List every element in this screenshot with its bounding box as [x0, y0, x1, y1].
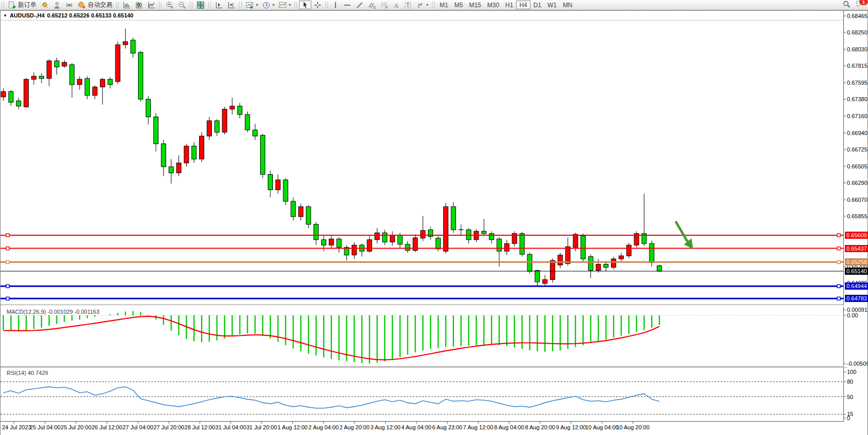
- line-handle[interactable]: [6, 234, 9, 237]
- toolbar-separator: [432, 2, 435, 8]
- chevron-down-icon[interactable]: ▾: [426, 3, 428, 7]
- candle-body: [383, 233, 387, 242]
- price-axis-label: 0.68030: [847, 46, 867, 53]
- candle-body: [322, 240, 326, 245]
- chevron-down-icon[interactable]: ▾: [272, 3, 274, 7]
- paint-bucket-button[interactable]: [38, 1, 51, 9]
- macd-panel: [1, 307, 847, 368]
- toolbar-separator: [116, 2, 119, 8]
- line-handle[interactable]: [6, 285, 9, 288]
- timeframe-m30-button[interactable]: M30: [484, 1, 502, 9]
- label-icon: T: [404, 1, 412, 9]
- candle-body: [47, 61, 51, 78]
- timeframe-m15-button[interactable]: M15: [466, 1, 484, 9]
- cursor-button[interactable]: [299, 1, 311, 9]
- arrows-button[interactable]: ▾: [414, 1, 430, 9]
- profile-button[interactable]: [51, 1, 63, 9]
- hline-button[interactable]: [341, 1, 353, 9]
- timeframe-w1-button[interactable]: W1: [544, 1, 560, 9]
- line-handle[interactable]: [837, 285, 840, 288]
- signal-button[interactable]: [63, 1, 75, 9]
- autotrade-button[interactable]: 自动交易: [75, 1, 114, 9]
- notifications-button[interactable]: 1: [855, 0, 865, 10]
- annotation-arrow[interactable]: [676, 221, 688, 242]
- macd-label: MACD(12,26,9) -0.001029 -0.001163: [7, 309, 100, 315]
- timeframe-h1-button[interactable]: H1: [502, 1, 516, 9]
- fibo-button[interactable]: F: [378, 1, 390, 9]
- tile-windows-button[interactable]: [194, 1, 207, 9]
- crosshair-button[interactable]: [311, 1, 324, 9]
- timeframe-mn-button[interactable]: MN: [560, 1, 576, 9]
- templates-icon: [279, 1, 287, 9]
- line-handle[interactable]: [6, 247, 9, 250]
- line-handle[interactable]: [837, 260, 840, 263]
- indicators-button[interactable]: ▾: [244, 1, 260, 9]
- zoom-out-button[interactable]: [176, 1, 188, 9]
- candle-body: [375, 233, 380, 239]
- chart-shift-button[interactable]: [225, 1, 238, 9]
- zoom-in-icon: [166, 1, 174, 9]
- line-handle[interactable]: [6, 260, 9, 263]
- svg-text:T: T: [406, 3, 409, 8]
- chart-forward-button[interactable]: [213, 1, 225, 9]
- zoom-in-button[interactable]: [164, 1, 176, 9]
- candle-body: [123, 42, 128, 45]
- bar-chart-button[interactable]: [121, 1, 133, 9]
- timeframe-d1-button[interactable]: D1: [530, 1, 544, 9]
- line-handle[interactable]: [837, 247, 840, 250]
- timeframe-label: MN: [563, 2, 573, 9]
- timeframe-label: M1: [440, 2, 448, 9]
- candle-body: [314, 224, 319, 240]
- candle-body: [497, 239, 502, 251]
- candle-body: [520, 234, 524, 254]
- price-badge-0.65140: 0.65140: [845, 268, 868, 275]
- candle-body: [230, 106, 234, 109]
- vline-button[interactable]: [330, 1, 341, 9]
- candle-body: [214, 121, 219, 132]
- timeframe-m5-button[interactable]: M5: [451, 1, 466, 9]
- toolbar-separator: [159, 2, 162, 8]
- line-chart-button[interactable]: [145, 1, 157, 9]
- candle-body: [504, 243, 509, 251]
- line-handle[interactable]: [837, 297, 840, 300]
- chevron-down-icon[interactable]: ▾: [256, 3, 258, 7]
- rsi-label: RSI(14) 40.7429: [7, 370, 48, 376]
- text-button[interactable]: A: [390, 1, 402, 9]
- timeframe-label: M15: [469, 2, 481, 9]
- candle-body: [657, 266, 662, 271]
- candle-body: [367, 240, 372, 251]
- candle-body: [85, 79, 90, 96]
- label-button[interactable]: T: [402, 1, 414, 9]
- candle-body: [139, 52, 143, 99]
- templates-button[interactable]: ▾: [277, 1, 293, 9]
- candle-body: [200, 136, 204, 159]
- trendline-icon: [356, 1, 364, 9]
- candle-body: [16, 101, 21, 106]
- periods-button[interactable]: ▾: [260, 1, 277, 9]
- candle-body: [451, 206, 456, 230]
- price-axis-label: 0.66070: [847, 197, 867, 203]
- rsi-axis-label: 100: [847, 369, 856, 375]
- paint-bucket-icon: [41, 1, 49, 9]
- timeframe-m1-button[interactable]: M1: [437, 1, 451, 9]
- channel-button[interactable]: E: [366, 1, 378, 9]
- price-axis-label: 0.65855: [847, 213, 867, 220]
- candlestick-button[interactable]: [133, 1, 145, 9]
- trendline-button[interactable]: [353, 1, 366, 9]
- candle-body: [573, 234, 578, 247]
- search-icon[interactable]: [842, 0, 851, 10]
- line-handle[interactable]: [837, 234, 840, 237]
- candlestick-icon: [135, 1, 143, 9]
- time-axis-label: 10 Aug 20:00: [615, 424, 651, 430]
- candle-body: [535, 271, 540, 282]
- candle-body: [543, 279, 547, 283]
- timeframe-label: H4: [519, 2, 527, 9]
- candle-body: [588, 257, 593, 271]
- timeframe-h4-button[interactable]: H4: [516, 1, 530, 9]
- candle-body: [207, 121, 211, 136]
- new-order-button[interactable]: 新订单: [6, 1, 38, 9]
- line-handle[interactable]: [6, 297, 9, 300]
- toolbar-separator: [190, 2, 192, 8]
- candle-body: [131, 40, 135, 53]
- chevron-down-icon[interactable]: ▾: [289, 3, 291, 7]
